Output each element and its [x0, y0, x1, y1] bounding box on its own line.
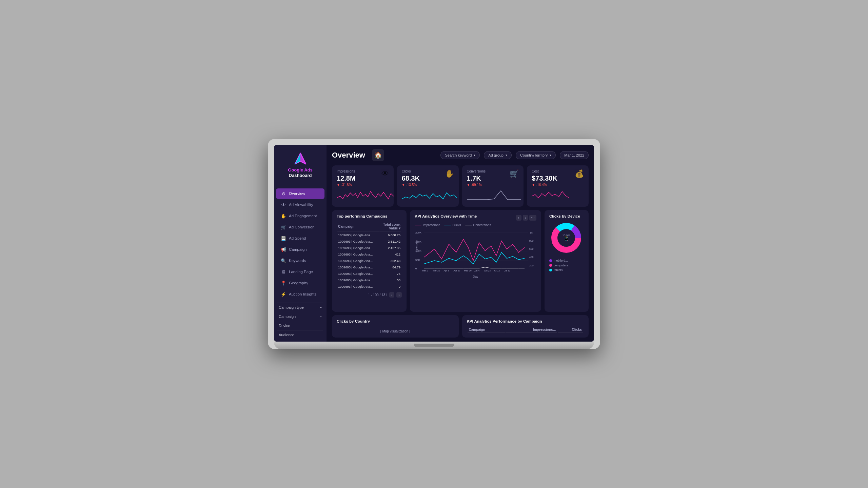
- impressions-header: Impressions...: [506, 327, 557, 333]
- cost-sparkline: [532, 189, 572, 201]
- conversions-sparkline: [467, 189, 524, 201]
- top-campaigns-title: Top performing Campaigns: [337, 214, 402, 218]
- page-title: Overview: [332, 151, 365, 160]
- more-options-button[interactable]: ⋯: [529, 215, 536, 221]
- landing-icon: 🖥: [281, 269, 286, 274]
- mobile-dot: [549, 259, 552, 262]
- svg-text:Apr 8: Apr 8: [443, 269, 449, 272]
- sidebar-item-label: Ad Viewability: [289, 203, 313, 207]
- map-placeholder: [ Map visualization ]: [337, 326, 454, 333]
- campaign-col-header: Campaign: [337, 222, 379, 231]
- sidebar-item-label: Landing Page: [289, 270, 313, 274]
- table-pagination: 1 - 100 / 131 ‹ ›: [337, 292, 402, 298]
- sidebar-nav: ⊙ Overview 👁 Ad Viewability ✋ Ad Engagem…: [274, 188, 327, 300]
- filter-device[interactable]: Device −: [277, 321, 323, 330]
- sort-desc-button[interactable]: ↓: [523, 215, 528, 221]
- sidebar-item-keywords[interactable]: 🔍 Keywords: [276, 256, 324, 266]
- conversion-icon: 🛒: [281, 225, 286, 230]
- sidebar-item-conversion[interactable]: 🛒 Ad Conversion: [276, 222, 324, 232]
- overview-icon: ⊙: [281, 191, 286, 196]
- sidebar-item-landing[interactable]: 🖥 Landing Page: [276, 267, 324, 277]
- kpi-impressions: Impressions 12.8M ▼ -31.8% 👁: [332, 165, 394, 207]
- kpi-campaign-title: KPI Analytics Performance by Campaign: [467, 319, 584, 323]
- keywords-icon: 🔍: [281, 258, 286, 263]
- svg-text:Impressions: Impressions: [415, 240, 418, 252]
- kpi-time-title: KPI Analytics Overview with Time: [415, 214, 477, 218]
- sidebar-item-label: Keywords: [289, 259, 306, 263]
- clicks-sparkline: [402, 189, 459, 201]
- top-campaigns-card: Top performing Campaigns Campaign Total …: [332, 210, 407, 312]
- sidebar-item-engagement[interactable]: ✋ Ad Engagement: [276, 211, 324, 221]
- home-button[interactable]: 🏠: [372, 149, 384, 161]
- table-row: 1009693 | Google Ana...412: [337, 251, 401, 257]
- spend-icon: 💾: [281, 236, 286, 241]
- svg-text:200K: 200K: [415, 231, 422, 234]
- app-logo-icon: [294, 152, 307, 165]
- impressions-delta: ▼ -31.8%: [337, 183, 389, 187]
- kpi-campaign-card: KPI Analytics Performance by Campaign Ca…: [462, 315, 589, 338]
- legend-impressions: Impressions: [415, 223, 440, 227]
- kpi-clicks: Clicks 68.3K ▼ -13.5% ✋: [397, 165, 459, 207]
- table-row: 1009693 | Google Ana...58: [337, 277, 401, 283]
- table-row: 1009693 | Google Ana...2,511.42: [337, 239, 401, 244]
- svg-text:Apr 27: Apr 27: [453, 269, 460, 272]
- value-col-header: Total conv.value ▾: [379, 222, 401, 231]
- filter-audience[interactable]: Audience −: [277, 330, 323, 339]
- svg-text:1K: 1K: [530, 231, 533, 234]
- conversions-icon: 🛒: [510, 169, 519, 178]
- sidebar-filters: Campaign type − Campaign − Device − Audi…: [274, 300, 327, 339]
- impressions-value: 12.8M: [337, 175, 389, 182]
- prev-page-button[interactable]: ‹: [389, 292, 395, 298]
- chevron-down-icon: ▾: [550, 154, 551, 157]
- svg-text:0: 0: [415, 267, 417, 270]
- filter-campaign-type[interactable]: Campaign type −: [277, 303, 323, 312]
- topbar: Overview 🏠 Search keyword ▾ Ad group ▾ C…: [327, 145, 594, 165]
- tablets-dot: [549, 269, 552, 271]
- search-keyword-filter[interactable]: Search keyword ▾: [440, 151, 480, 159]
- campaign-icon: 📢: [281, 247, 286, 252]
- sidebar-item-label: Overview: [289, 191, 305, 196]
- table-row: 1009693 | Google Ana...6,060.76: [337, 232, 401, 238]
- chevron-down-icon: ▾: [474, 154, 475, 157]
- sidebar-item-overview[interactable]: ⊙ Overview: [276, 188, 324, 199]
- viewability-icon: 👁: [281, 202, 286, 207]
- computers-dot: [549, 264, 552, 267]
- impressions-legend-dot: [415, 225, 421, 225]
- kpi-time-card: KPI Analytics Overview with Time ↑ ↓ ⋯ I…: [410, 210, 541, 312]
- clicks-legend-dot: [444, 225, 451, 225]
- table-row: 1009693 | Google Ana...2,457.35: [337, 245, 401, 251]
- sidebar-item-viewability[interactable]: 👁 Ad Viewability: [276, 200, 324, 210]
- engagement-icon: ✋: [281, 214, 286, 219]
- sidebar-item-label: Ad Engagement: [289, 214, 317, 218]
- impressions-sparkline: [337, 189, 394, 201]
- next-page-button[interactable]: ›: [396, 292, 402, 298]
- sidebar-item-label: Ad Conversion: [289, 225, 314, 229]
- sidebar-item-spend[interactable]: 💾 Ad Spend: [276, 233, 324, 244]
- cost-icon: 💰: [575, 169, 584, 178]
- bottom-row: Clicks by Country [ Map visualization ] …: [327, 315, 594, 342]
- svg-text:Jul 31: Jul 31: [504, 269, 510, 272]
- performance-table: Campaign Impressions... Clicks: [467, 326, 584, 333]
- sidebar-item-auction[interactable]: ⚡ Auction Insights: [276, 289, 324, 300]
- chevron-down-icon: ▾: [506, 154, 507, 157]
- filter-campaign[interactable]: Campaign −: [277, 312, 323, 321]
- ad-group-filter[interactable]: Ad group ▾: [484, 151, 512, 159]
- tablets-legend: tablets: [549, 268, 584, 272]
- date-filter[interactable]: Mar 1, 2022: [560, 151, 589, 159]
- sidebar-item-campaign[interactable]: 📢 Campaign: [276, 244, 324, 255]
- x-axis-label: Day: [415, 275, 536, 278]
- country-filter[interactable]: Country/Territory ▾: [516, 151, 556, 159]
- sort-asc-button[interactable]: ↑: [516, 215, 521, 221]
- kpi-conversions: Conversions 1.7K ▼ -99.1% 🛒: [462, 165, 524, 207]
- table-row: 1009693 | Google Ana...74: [337, 271, 401, 277]
- svg-text:50K: 50K: [415, 259, 420, 262]
- campaigns-table: Campaign Total conv.value ▾ 1009693 | Go…: [337, 221, 402, 290]
- svg-text:📱: 📱: [564, 236, 570, 241]
- sidebar-item-label: Campaign: [289, 247, 307, 251]
- clicks-country-card: Clicks by Country [ Map visualization ]: [332, 315, 459, 338]
- auction-icon: ⚡: [281, 292, 286, 297]
- table-row: 1009693 | Google Ana...84.79: [337, 264, 401, 270]
- kpi-cost: Cost $73.30K ▼ -16.4% 💰: [527, 165, 589, 207]
- impressions-icon: 👁: [381, 169, 389, 178]
- sidebar-item-geography[interactable]: 📍 Geography: [276, 278, 324, 288]
